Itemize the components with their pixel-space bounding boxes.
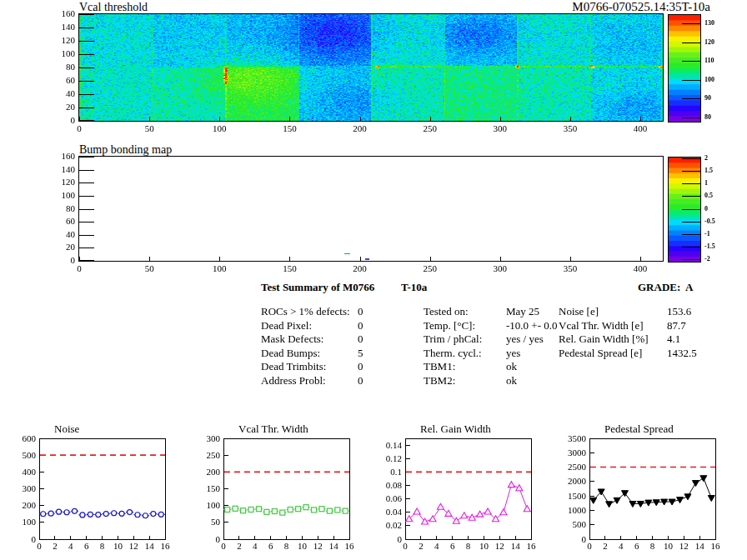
y-tick-label: 300: [207, 433, 221, 443]
x-axis-tick: [570, 117, 571, 121]
summary-title: Test Summary of M0766: [261, 281, 374, 293]
x-axis-label: 0: [63, 264, 96, 273]
x-tick-label: 8: [650, 541, 655, 551]
y-tick-label: 0: [216, 534, 221, 544]
y-axis-label: 40: [52, 230, 75, 239]
colorbar-label: -1.5: [704, 243, 715, 250]
x-axis-tick: [149, 117, 150, 121]
colorbar-tick: [682, 98, 700, 99]
data-marker: [312, 508, 317, 512]
summary-value: yes: [506, 347, 520, 359]
plot-frame: [406, 439, 532, 540]
summary-label: Pedestal Spread [e]: [559, 347, 642, 359]
summary-label: TBM2:: [424, 374, 455, 387]
summary-value: 0: [358, 332, 363, 345]
data-marker: [158, 512, 163, 517]
x-axis-label: 100: [203, 124, 236, 133]
summary-value: 0: [358, 319, 363, 332]
data-marker: [621, 491, 628, 497]
y-axis-tick: [79, 68, 94, 68]
summary-label: Therm. cycl.:: [424, 347, 482, 359]
y-axis-label: 20: [52, 242, 75, 252]
y-tick-label: 0.14: [386, 440, 403, 450]
data-marker: [233, 506, 238, 511]
x-tick-label: 0: [403, 541, 408, 551]
data-line: [409, 485, 528, 522]
summary-value: 0: [358, 360, 363, 372]
summary-value: ok: [506, 374, 517, 387]
y-axis-tick: [79, 170, 94, 171]
data-marker: [590, 498, 597, 503]
colorbar-label: 2: [704, 155, 708, 162]
colorbar-tick: [682, 183, 700, 184]
data-marker: [516, 485, 523, 491]
colorbar-label: -1: [704, 231, 710, 238]
data-marker: [343, 508, 348, 513]
x-tick-label: 12: [495, 541, 504, 551]
x-axis-label: 150: [273, 124, 306, 133]
y-tick-label: 150: [207, 483, 221, 493]
summary-module-type: T-10a: [401, 281, 427, 293]
y-tick-label: 500: [573, 519, 587, 529]
colorbar-tick: [682, 118, 700, 118]
x-axis-tick: [570, 257, 571, 261]
data-marker: [88, 512, 93, 517]
data-marker: [57, 509, 62, 514]
data-marker: [453, 518, 459, 523]
colorbar-tick: [682, 247, 700, 248]
x-tick-label: 2: [419, 541, 424, 551]
x-axis-tick: [360, 257, 361, 261]
data-marker: [103, 512, 108, 517]
y-tick-label: 0.08: [386, 480, 403, 490]
x-tick-label: 12: [679, 541, 689, 551]
x-axis-label: 350: [554, 124, 587, 133]
summary-value: 5: [358, 347, 363, 359]
y-axis-tick: [79, 81, 94, 82]
x-axis-tick: [79, 257, 80, 261]
summary-value: ok: [506, 360, 517, 372]
x-tick-label: 6: [84, 541, 89, 551]
x-axis-label: 250: [414, 124, 447, 133]
summary-label: Mask Defects:: [261, 332, 323, 345]
summary-value: -10.0 +- 0.0: [506, 319, 558, 332]
data-marker: [500, 509, 507, 515]
y-axis-tick: [79, 28, 94, 28]
data-marker: [48, 511, 53, 516]
summary-label: Vcal Thr. Width [e]: [559, 319, 644, 332]
y-tick-label: 1000: [568, 505, 587, 515]
colorbar-label: 0.5: [704, 192, 713, 199]
y-axis-tick: [79, 248, 94, 248]
module-id-title: M0766-070525.14:35T-10a: [572, 0, 710, 14]
y-tick-label: 3500: [568, 433, 587, 443]
y-axis-tick: [79, 14, 94, 15]
x-tick-label: 0: [587, 541, 592, 551]
y-axis-label: 120: [52, 178, 75, 187]
x-tick-label: 12: [129, 541, 138, 551]
summary-label: Rel. Gain Width [%]: [559, 332, 649, 345]
vcal-colorbar: [668, 14, 701, 122]
x-axis-tick: [430, 117, 431, 121]
data-marker: [661, 499, 668, 505]
plot-title: Pedestal Spread: [604, 422, 674, 435]
data-marker: [72, 508, 77, 513]
y-axis-tick: [79, 260, 94, 261]
data-marker: [303, 505, 308, 510]
summary-value: May 25: [506, 305, 539, 318]
plot-title: Vcal Thr. Width: [238, 422, 308, 435]
x-tick-label: 0: [221, 541, 226, 551]
data-marker: [414, 508, 420, 514]
colorbar-tick: [682, 259, 700, 260]
y-tick-label: 100: [23, 517, 37, 527]
summary-label: TBM1:: [424, 360, 455, 372]
x-tick-label: 8: [466, 541, 471, 551]
y-axis-tick: [79, 235, 94, 236]
x-axis-label: 100: [203, 264, 236, 273]
colorbar-tick: [682, 222, 700, 222]
y-tick-label: 0: [32, 534, 37, 544]
summary-value: 0: [358, 374, 363, 387]
x-axis-label: 150: [273, 264, 306, 273]
x-tick-label: 4: [68, 541, 73, 551]
y-axis-tick: [79, 54, 94, 55]
colorbar-tick: [682, 80, 700, 81]
x-tick-label: 16: [345, 541, 355, 551]
